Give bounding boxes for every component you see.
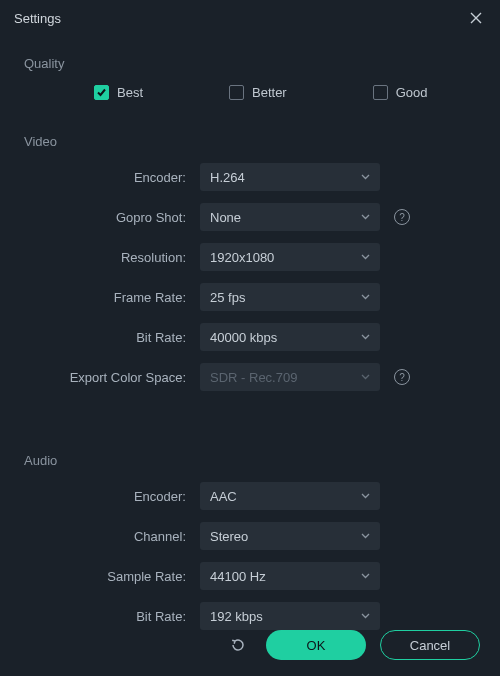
audio-channel-label: Channel:: [24, 529, 200, 544]
select-value: 1920x1080: [210, 250, 274, 265]
audio-samplerate-label: Sample Rate:: [24, 569, 200, 584]
reset-button[interactable]: [224, 631, 252, 659]
titlebar: Settings: [0, 0, 500, 36]
video-gopro-label: Gopro Shot:: [24, 210, 200, 225]
chevron-down-icon: [360, 252, 370, 262]
checkbox-icon: [229, 85, 244, 100]
quality-better-label: Better: [252, 85, 287, 100]
footer: OK Cancel: [0, 630, 500, 660]
video-section-label: Video: [24, 134, 496, 149]
audio-bitrate-select[interactable]: 192 kbps: [200, 602, 380, 630]
ok-button[interactable]: OK: [266, 630, 366, 660]
video-framerate-label: Frame Rate:: [24, 290, 200, 305]
quality-section-label: Quality: [24, 56, 496, 71]
chevron-down-icon: [360, 571, 370, 581]
checkbox-icon: [94, 85, 109, 100]
select-value: Stereo: [210, 529, 248, 544]
cancel-button[interactable]: Cancel: [380, 630, 480, 660]
quality-best-label: Best: [117, 85, 143, 100]
quality-good-label: Good: [396, 85, 428, 100]
select-value: 192 kbps: [210, 609, 263, 624]
undo-icon: [229, 636, 247, 654]
select-value: SDR - Rec.709: [210, 370, 297, 385]
help-icon[interactable]: ?: [394, 369, 410, 385]
audio-encoder-select[interactable]: AAC: [200, 482, 380, 510]
help-icon[interactable]: ?: [394, 209, 410, 225]
chevron-down-icon: [360, 332, 370, 342]
quality-options: Best Better Good: [24, 85, 496, 100]
video-framerate-select[interactable]: 25 fps: [200, 283, 380, 311]
quality-better[interactable]: Better: [229, 85, 287, 100]
quality-best[interactable]: Best: [94, 85, 143, 100]
select-value: 40000 kbps: [210, 330, 277, 345]
audio-encoder-label: Encoder:: [24, 489, 200, 504]
select-value: 44100 Hz: [210, 569, 266, 584]
chevron-down-icon: [360, 611, 370, 621]
audio-samplerate-select[interactable]: 44100 Hz: [200, 562, 380, 590]
window-title: Settings: [14, 11, 61, 26]
audio-channel-select[interactable]: Stereo: [200, 522, 380, 550]
checkbox-icon: [373, 85, 388, 100]
chevron-down-icon: [360, 292, 370, 302]
select-value: AAC: [210, 489, 237, 504]
select-value: 25 fps: [210, 290, 245, 305]
video-gopro-select[interactable]: None: [200, 203, 380, 231]
video-encoder-select[interactable]: H.264: [200, 163, 380, 191]
select-value: H.264: [210, 170, 245, 185]
chevron-down-icon: [360, 491, 370, 501]
chevron-down-icon: [360, 372, 370, 382]
chevron-down-icon: [360, 531, 370, 541]
select-value: None: [210, 210, 241, 225]
video-bitrate-label: Bit Rate:: [24, 330, 200, 345]
audio-bitrate-label: Bit Rate:: [24, 609, 200, 624]
video-colorspace-label: Export Color Space:: [24, 370, 200, 385]
chevron-down-icon: [360, 172, 370, 182]
chevron-down-icon: [360, 212, 370, 222]
close-icon[interactable]: [466, 8, 486, 28]
video-resolution-label: Resolution:: [24, 250, 200, 265]
audio-section-label: Audio: [24, 453, 496, 468]
video-encoder-label: Encoder:: [24, 170, 200, 185]
video-bitrate-select[interactable]: 40000 kbps: [200, 323, 380, 351]
video-colorspace-select: SDR - Rec.709: [200, 363, 380, 391]
quality-good[interactable]: Good: [373, 85, 428, 100]
video-resolution-select[interactable]: 1920x1080: [200, 243, 380, 271]
